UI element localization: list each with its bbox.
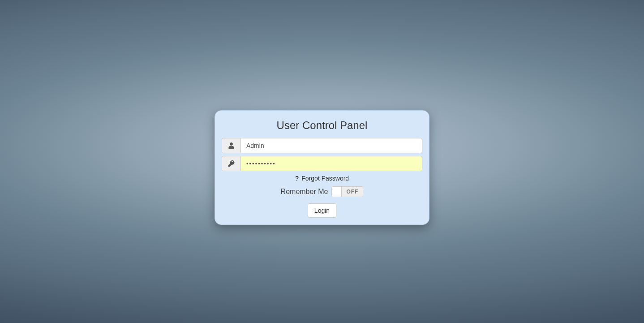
login-panel: User Control Panel ? Forgot Password Rem…: [215, 110, 429, 225]
toggle-state-label: OFF: [342, 187, 363, 197]
panel-title: User Control Panel: [222, 119, 422, 132]
question-icon: ?: [295, 175, 299, 182]
toggle-handle: [332, 187, 342, 197]
remember-me-toggle[interactable]: OFF: [331, 186, 363, 197]
remember-me-row: Remember Me OFF: [222, 186, 422, 197]
forgot-password-link[interactable]: ? Forgot Password: [222, 175, 422, 182]
remember-me-label: Remember Me: [281, 188, 328, 196]
user-icon: [222, 138, 240, 153]
forgot-password-label: Forgot Password: [301, 175, 349, 182]
key-icon: [222, 156, 240, 171]
login-button-row: Login: [222, 203, 422, 218]
password-group: [222, 156, 422, 171]
username-group: [222, 138, 422, 153]
username-input[interactable]: [240, 138, 422, 153]
login-button[interactable]: Login: [308, 203, 336, 218]
password-input[interactable]: [240, 156, 422, 171]
